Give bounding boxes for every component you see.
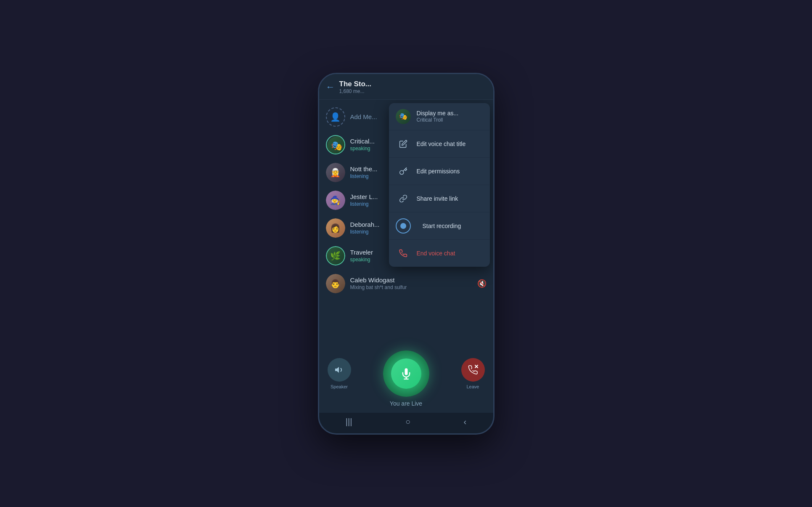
leave-button[interactable] — [461, 358, 485, 382]
leave-control[interactable]: Leave — [461, 358, 485, 389]
menu-text-edit-perms: Edit permissions — [417, 168, 483, 175]
menu-text-display: Display me as... Critical Troll — [417, 110, 483, 123]
microphone-icon — [400, 368, 412, 380]
menu-item-display[interactable]: 🎭 Display me as... Critical Troll — [389, 103, 490, 130]
mic-main-button[interactable] — [383, 350, 429, 397]
menu-item-edit-perms[interactable]: Edit permissions — [389, 158, 490, 185]
dropdown-overlay[interactable]: 🎭 Display me as... Critical Troll — [319, 100, 493, 344]
speaker-icon — [334, 365, 344, 375]
header-info: The Sto... 1,680 me... — [339, 80, 487, 94]
menu-label: Display me as... — [417, 110, 483, 117]
back-button[interactable]: ← — [326, 82, 335, 93]
link-icon — [396, 191, 411, 206]
phone-screen: ← The Sto... 1,680 me... 👤 Add Me... — [319, 74, 493, 433]
menu-label: Edit permissions — [417, 168, 483, 175]
leave-label: Leave — [467, 384, 479, 389]
pencil-icon — [396, 136, 411, 151]
leave-icon — [468, 365, 478, 375]
bottom-controls: Speaker — [319, 344, 493, 413]
nav-back-button[interactable]: ‹ — [464, 417, 467, 427]
menu-label: Share invite link — [417, 195, 483, 202]
menu-text-edit-title: Edit voice chat title — [417, 141, 483, 147]
speaker-label: Speaker — [331, 384, 348, 389]
menu-label: End voice chat — [417, 250, 483, 257]
phone-end-icon — [396, 246, 411, 261]
speaker-button[interactable] — [328, 358, 351, 382]
mic-inner-button — [391, 358, 421, 389]
menu-item-end[interactable]: End voice chat — [389, 240, 490, 267]
menu-text-share: Share invite link — [417, 195, 483, 202]
nav-home-button[interactable]: ○ — [405, 417, 410, 427]
speaker-control[interactable]: Speaker — [328, 358, 351, 389]
main-content: 👤 Add Me... 🎭 Critical... speaking — [319, 100, 493, 344]
mic-main-container — [383, 350, 429, 397]
menu-avatar-icon: 🎭 — [396, 109, 411, 124]
chat-title: The Sto... — [339, 80, 487, 88]
menu-text-end: End voice chat — [417, 250, 483, 257]
menu-item-record[interactable]: Start recording — [389, 212, 490, 240]
user-avatar-mini: 🎭 — [396, 109, 411, 124]
menu-label: Edit voice chat title — [417, 141, 483, 147]
live-status: You are Live — [328, 400, 485, 407]
header: ← The Sto... 1,680 me... — [319, 74, 493, 100]
menu-label: Start recording — [423, 223, 483, 229]
menu-text-record: Start recording — [423, 223, 483, 229]
nav-bar: ||| ○ ‹ — [319, 413, 493, 433]
context-menu: 🎭 Display me as... Critical Troll — [389, 103, 490, 267]
menu-item-edit-title[interactable]: Edit voice chat title — [389, 130, 490, 158]
record-icon — [396, 218, 411, 234]
key-icon — [396, 164, 411, 179]
menu-sublabel: Critical Troll — [417, 117, 483, 123]
menu-item-share[interactable]: Share invite link — [389, 185, 490, 212]
record-dot — [400, 223, 406, 229]
member-count: 1,680 me... — [339, 88, 487, 94]
nav-menu-button[interactable]: ||| — [346, 417, 352, 427]
controls-row: Speaker — [328, 350, 485, 397]
phone-frame: ← The Sto... 1,680 me... 👤 Add Me... — [318, 73, 495, 435]
